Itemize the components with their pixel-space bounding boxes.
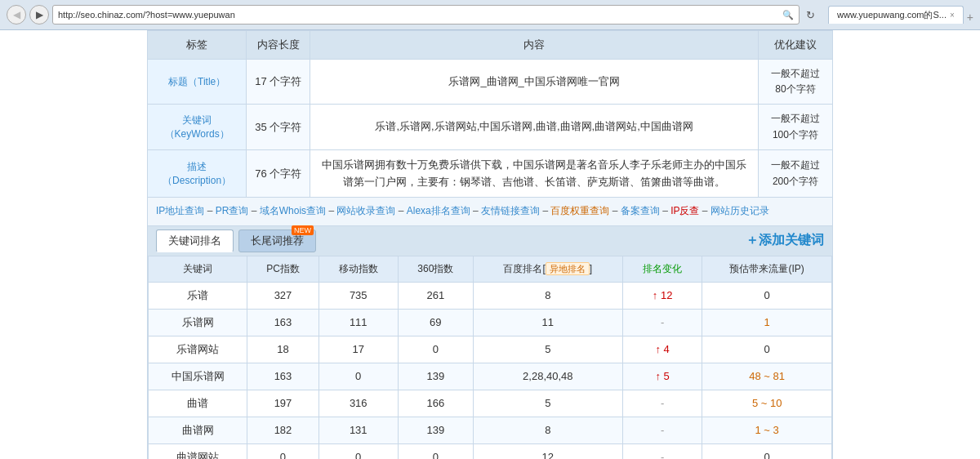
refresh-button[interactable]: ↻ <box>803 9 818 21</box>
kw-traffic: 1 <box>702 309 832 336</box>
add-keyword-button[interactable]: ＋添加关键词 <box>746 232 824 249</box>
kw-360-index: 0 <box>398 443 473 459</box>
rank-change-up: ↑ 5 <box>655 370 669 382</box>
kw-baidu-rank: 8 <box>473 417 622 443</box>
kw-pc-index: 327 <box>247 282 318 309</box>
info-link[interactable]: 网站收录查询 <box>336 205 395 216</box>
kw-pc-index: 182 <box>247 417 318 443</box>
info-link[interactable]: Alexa排名查询 <box>407 205 470 216</box>
kw-rank-change: - <box>622 417 702 443</box>
seo-length: 17 个字符 <box>247 60 310 105</box>
seo-row: 关键词（KeyWords） 35 个字符 乐谱,乐谱网,乐谱网站,中国乐谱网,曲… <box>148 105 833 149</box>
kw-rank-change: - <box>622 309 702 336</box>
info-link[interactable]: 网站历史记录 <box>710 205 769 216</box>
seo-tag: 描述（Description） <box>148 149 247 198</box>
tab-longtail[interactable]: 长尾词推荐 NEW <box>238 230 316 252</box>
info-separator: – <box>326 205 336 216</box>
kw-pc-index: 0 <box>247 443 318 459</box>
kw-row: 中国乐谱网 163 0 139 2,28,40,48 ↑ 5 48 ~ 81 <box>149 363 832 390</box>
col-header-content: 内容 <box>310 31 759 60</box>
info-separator: – <box>204 205 215 216</box>
kw-360-index: 139 <box>398 363 473 390</box>
info-link[interactable]: 备案查询 <box>621 205 660 216</box>
info-separator: – <box>699 205 710 216</box>
info-link[interactable]: 友情链接查询 <box>481 205 540 216</box>
kw-360-index: 166 <box>398 390 473 417</box>
add-keyword-label: ＋添加关键词 <box>746 233 824 247</box>
kw-traffic: 1 ~ 3 <box>702 417 832 443</box>
kw-rank-change: ↑ 5 <box>622 363 702 390</box>
seo-advice: 一般不超过200个字符 <box>758 149 832 198</box>
kw-rank-change: - <box>622 443 702 459</box>
kw-row: 曲谱 197 316 166 5 - 5 ~ 10 <box>149 390 832 417</box>
kw-traffic: 0 <box>702 443 832 459</box>
forward-button[interactable]: ▶ <box>29 5 49 25</box>
kw-rank-change: ↑ 4 <box>622 336 702 363</box>
info-link[interactable]: IP反查 <box>670 205 699 216</box>
kw-rank-change: ↑ 12 <box>622 282 702 309</box>
kw-col-baidu: 百度排名[异地排名] <box>473 256 622 282</box>
seo-length: 35 个字符 <box>247 105 310 149</box>
info-links-bar: IP地址查询 – PR查询 – 域名Whois查询 – 网站收录查询 – Ale… <box>147 198 833 226</box>
kw-baidu-rank: 11 <box>473 309 622 336</box>
kw-keyword: 曲谱 <box>149 390 247 417</box>
info-link[interactable]: 域名Whois查询 <box>260 205 326 216</box>
kw-mobile-index: 0 <box>318 363 398 390</box>
kw-row: 乐谱 327 735 261 8 ↑ 12 0 <box>149 282 832 309</box>
new-tab-button[interactable]: + <box>967 11 973 24</box>
kw-360-index: 69 <box>398 309 473 336</box>
tab-label: www.yuepuwang.com的S... <box>837 9 947 21</box>
kw-row: 乐谱网 163 111 69 11 - 1 <box>149 309 832 336</box>
kw-keyword: 曲谱网 <box>149 417 247 443</box>
kw-tabs: 关键词排名 长尾词推荐 NEW <box>156 230 316 252</box>
seo-content: 中国乐谱网拥有数十万免费乐谱供下载，中国乐谱网是著名音乐人李子乐老师主办的中国乐… <box>310 149 759 198</box>
kw-row: 乐谱网站 18 17 0 5 ↑ 4 0 <box>149 336 832 363</box>
kw-tabs-row: 关键词排名 长尾词推荐 NEW ＋添加关键词 <box>148 226 832 256</box>
kw-pc-index: 197 <box>247 390 318 417</box>
col-header-length: 内容长度 <box>247 31 310 60</box>
kw-keyword: 乐谱网 <box>149 309 247 336</box>
seo-row: 描述（Description） 76 个字符 中国乐谱网拥有数十万免费乐谱供下载… <box>148 149 833 198</box>
browser-chrome: ◀ ▶ http://seo.chinaz.com/?host=www.yuep… <box>0 0 980 30</box>
kw-keyword: 乐谱 <box>149 282 247 309</box>
seo-row: 标题（Title） 17 个字符 乐谱网_曲谱网_中国乐谱网唯一官网 一般不超过… <box>148 60 833 105</box>
kw-360-index: 0 <box>398 336 473 363</box>
kw-traffic: 0 <box>702 282 832 309</box>
kw-rank-change: - <box>622 390 702 417</box>
tab-bar: www.yuepuwang.com的S... × + <box>828 6 973 24</box>
info-link[interactable]: PR查询 <box>216 205 249 216</box>
kw-col-mobile: 移动指数 <box>318 256 398 282</box>
tab-keyword-ranking[interactable]: 关键词排名 <box>156 230 234 252</box>
col-header-advice: 优化建议 <box>758 31 832 60</box>
rank-change-dash: - <box>661 316 664 328</box>
kw-traffic: 5 ~ 10 <box>702 390 832 417</box>
active-tab[interactable]: www.yuepuwang.com的S... × <box>828 6 964 24</box>
tab-longtail-label: 长尾词推荐 <box>251 234 304 247</box>
new-badge: NEW <box>292 225 314 235</box>
info-separator: – <box>470 205 481 216</box>
kw-row: 曲谱网 182 131 139 8 - 1 ~ 3 <box>149 417 832 443</box>
info-link[interactable]: 百度权重查询 <box>550 205 609 216</box>
tab-close-button[interactable]: × <box>950 11 955 20</box>
kw-keyword: 曲谱网站 <box>149 443 247 459</box>
rank-change-dash: - <box>661 451 664 459</box>
rank-change-up: ↑ 4 <box>655 343 669 355</box>
seo-length: 76 个字符 <box>247 149 310 198</box>
kw-360-index: 261 <box>398 282 473 309</box>
info-link[interactable]: IP地址查询 <box>156 205 204 216</box>
kw-pc-index: 163 <box>247 363 318 390</box>
kw-keyword: 中国乐谱网 <box>149 363 247 390</box>
rank-change-dash: - <box>661 424 664 436</box>
tab-kw-label: 关键词排名 <box>168 234 221 247</box>
seo-advice: 一般不超过100个字符 <box>758 105 832 149</box>
kw-baidu-rank: 5 <box>473 390 622 417</box>
seo-tag: 关键词（KeyWords） <box>148 105 247 149</box>
kw-col-360: 360指数 <box>398 256 473 282</box>
address-bar[interactable]: http://seo.chinaz.com/?host=www.yuepuwan… <box>52 5 800 25</box>
kw-mobile-index: 17 <box>318 336 398 363</box>
back-button[interactable]: ◀ <box>7 5 26 25</box>
kw-mobile-index: 111 <box>318 309 398 336</box>
kw-baidu-rank: 2,28,40,48 <box>473 363 622 390</box>
kw-col-keyword: 关键词 <box>149 256 247 282</box>
alien-rank-link[interactable]: 异地排名 <box>546 263 590 274</box>
